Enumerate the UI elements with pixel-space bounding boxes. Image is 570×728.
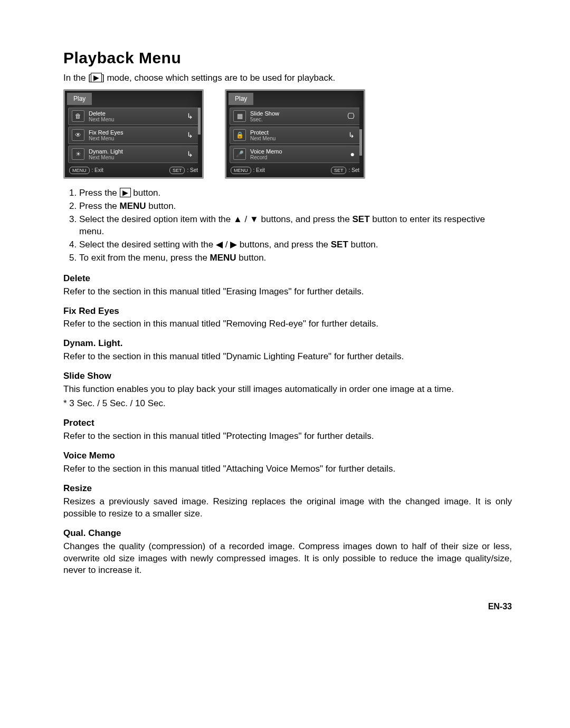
menu-row-voicememo: 🎤 Voice MemoRecord ● xyxy=(230,146,360,163)
section-body: This function enables you to play back y… xyxy=(63,384,512,396)
playback-mode-icon: ▶ xyxy=(91,73,102,82)
menu-row-protect: 🔒 ProtectNext Menu ↳ xyxy=(230,127,360,144)
menu-title: Fix Red Eyes xyxy=(89,129,185,136)
page-number: EN-33 xyxy=(63,601,512,612)
enter-arrow-icon: ↳ xyxy=(185,111,195,121)
menu-sub: Next Menu xyxy=(89,155,185,160)
menu-sub: Next Menu xyxy=(89,136,185,141)
instruction-step: Press the MENU button. xyxy=(79,200,512,213)
trash-icon: 🗑 xyxy=(72,110,84,122)
menu-button-label: MENU xyxy=(231,167,251,174)
page-title: Playback Menu xyxy=(63,47,512,69)
instruction-step: Press the ▶ button. xyxy=(79,187,512,199)
menu-row-dynamlight: ☀ Dynam. LightNext Menu ↳ xyxy=(68,146,199,163)
lcd-screenshot-left: Play 🗑 DeleteNext Menu ↳ 👁 Fix Red EyesN… xyxy=(63,89,204,179)
menu-row-redeye: 👁 Fix Red EyesNext Menu ↳ xyxy=(68,127,199,144)
menu-title: Slide Show xyxy=(250,110,345,117)
section-title: Protect xyxy=(63,417,512,429)
section-title: Voice Memo xyxy=(63,450,512,462)
record-icon: ● xyxy=(348,149,357,159)
screen-icon: 🖵 xyxy=(345,111,357,121)
section-body: Resizes a previously saved image. Resizi… xyxy=(63,496,512,520)
scrollbar xyxy=(359,106,362,165)
section-options: * 3 Sec. / 5 Sec. / 10 Sec. xyxy=(63,398,512,410)
section-body: Refer to the section in this manual titl… xyxy=(63,286,512,298)
enter-arrow-icon: ↳ xyxy=(185,149,195,159)
sections-container: DeleteRefer to the section in this manua… xyxy=(63,273,512,577)
instruction-step: To exit from the menu, press the MENU bu… xyxy=(79,252,512,264)
menu-row-delete: 🗑 DeleteNext Menu ↳ xyxy=(68,108,199,125)
section-body: Refer to the section in this manual titl… xyxy=(63,430,512,443)
intro-post: ] mode, choose which settings are to be … xyxy=(102,73,335,83)
set-label: : Set xyxy=(348,167,359,174)
section-body: Changes the quality (compression) of a r… xyxy=(63,541,512,577)
menu-title: Voice Memo xyxy=(250,148,348,155)
section-body: Refer to the section in this manual titl… xyxy=(63,463,512,475)
set-button-label: SET xyxy=(331,167,347,174)
enter-arrow-icon: ↳ xyxy=(185,130,195,140)
menu-title: Delete xyxy=(89,110,185,117)
menu-sub: Next Menu xyxy=(250,136,346,141)
eye-icon: 👁 xyxy=(72,129,84,141)
intro-text: In the [▶] mode, choose which settings a… xyxy=(63,72,512,84)
intro-pre: In the [ xyxy=(63,73,91,83)
menu-title: Dynam. Light xyxy=(89,148,185,155)
scrollbar xyxy=(198,106,201,165)
section-title: Delete xyxy=(63,273,512,285)
menu-sub: Next Menu xyxy=(89,117,185,122)
lock-icon: 🔒 xyxy=(233,129,246,141)
slideshow-icon: ▦ xyxy=(233,110,246,122)
screen-footer: MENU : Exit SET : Set xyxy=(65,165,202,177)
set-label: : Set xyxy=(187,167,198,174)
menu-title: Protect xyxy=(250,129,346,136)
menu-button-label: MENU xyxy=(69,167,90,174)
lcd-screenshot-right: Play ▦ Slide Show5sec. 🖵 🔒 ProtectNext M… xyxy=(225,89,365,179)
instruction-list: Press the ▶ button.Press the MENU button… xyxy=(63,187,512,264)
exit-label: : Exit xyxy=(92,167,103,174)
section-title: Resize xyxy=(63,483,512,495)
screenshot-row: Play 🗑 DeleteNext Menu ↳ 👁 Fix Red EyesN… xyxy=(63,89,512,179)
section-title: Fix Red Eyes xyxy=(63,305,512,318)
enter-arrow-icon: ↳ xyxy=(346,130,357,140)
menu-tab: Play xyxy=(229,93,253,104)
section-body: Refer to the section in this manual titl… xyxy=(63,351,512,363)
section-title: Slide Show xyxy=(63,370,512,382)
screen-footer: MENU : Exit SET : Set xyxy=(226,165,364,177)
menu-row-slideshow: ▦ Slide Show5sec. 🖵 xyxy=(230,108,360,125)
set-button-label: SET xyxy=(169,167,185,174)
instruction-step: Select the desired setting with the ◀ / … xyxy=(79,239,512,251)
menu-sub: Record xyxy=(250,155,348,160)
menu-tab: Play xyxy=(67,93,92,104)
mic-icon: 🎤 xyxy=(233,148,246,160)
menu-sub: 5sec. xyxy=(250,117,345,122)
playback-button-icon: ▶ xyxy=(120,188,131,197)
section-title: Dynam. Light. xyxy=(63,338,512,350)
instruction-step: Select the desired option item with the … xyxy=(79,214,512,238)
section-title: Qual. Change xyxy=(63,528,512,540)
light-icon: ☀ xyxy=(72,148,84,160)
exit-label: : Exit xyxy=(253,167,265,174)
section-body: Refer to the section in this manual titl… xyxy=(63,318,512,330)
